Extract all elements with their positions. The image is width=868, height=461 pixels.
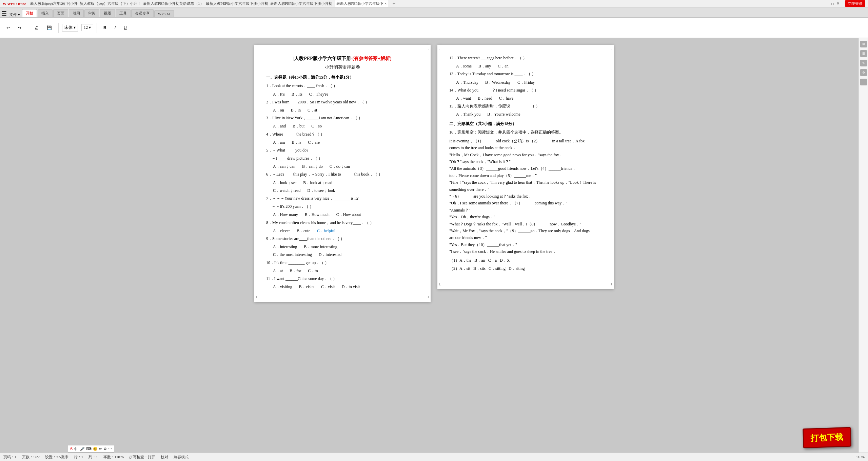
window-maximize[interactable]: □	[831, 2, 834, 6]
sub-q2-a: A．sit	[459, 266, 470, 271]
q14-options: A．want B．need C．have	[456, 95, 602, 102]
tab-reference[interactable]: 引用	[69, 9, 84, 17]
sougou-icon: S	[70, 446, 73, 452]
tab-view[interactable]: 视图	[100, 9, 115, 17]
status-mode: 兼容模式	[174, 455, 189, 460]
tab-review[interactable]: 审阅	[84, 9, 99, 17]
menu-icon[interactable]: ☰	[1, 10, 7, 17]
status-spell: 拼写检查：打开	[129, 455, 155, 460]
q8-options: A．clever B．cute C．helpful	[273, 228, 419, 234]
q4-b: B．is	[292, 139, 301, 146]
q3-a: A．and	[273, 123, 286, 129]
status-settings: 设置：2.5毫米	[45, 455, 68, 460]
q14-a: A．want	[456, 95, 471, 102]
sougou-settings[interactable]: ⚙	[103, 447, 107, 451]
q12-a: A．some	[456, 63, 472, 69]
q7-b: B．How much	[305, 212, 330, 218]
q5-a: A．can；can	[273, 163, 295, 170]
q5-options: A．can；can B．can；do C．do；can	[273, 163, 419, 170]
q1: 1．Look at the carrots．____ fresh．（ ）	[266, 83, 419, 89]
undo-btn[interactable]: ↩	[3, 24, 13, 32]
passage: It is evening，（1）______old cock（公鸡）is （2…	[449, 138, 602, 255]
q7b: －－It's 200 yuan．（ ）	[272, 203, 419, 210]
q5-b: B．can；do	[302, 163, 323, 170]
q15: 15．路人向你表示感谢时，你应说__________（ ）	[449, 103, 602, 109]
sub-q2-label: （2）A．sit B．sits C．sitting D．siting	[449, 265, 602, 272]
topbar-tab6[interactable]: 最新人教PEP版小学六年级下 ×	[335, 0, 389, 7]
status-pages: 页数：1/22	[22, 455, 40, 460]
right-sidebar: ⊞ ☰ ✎ ⚙ ⋯	[859, 38, 868, 453]
status-words: 字数：11076	[103, 455, 124, 460]
q10: 10．It's time ________ get up．（ ）	[266, 260, 419, 266]
status-page: 页码：1	[3, 455, 17, 460]
font-size[interactable]: 12 ▾	[81, 24, 93, 31]
window-close[interactable]: ✕	[836, 1, 840, 6]
title-suffix: (有参考答案+解析)	[352, 56, 391, 61]
tab-wpsai[interactable]: WPS AI	[154, 10, 174, 17]
status-col: 列：1	[88, 455, 98, 460]
redo-btn[interactable]: ↪	[15, 24, 24, 32]
q6-options: A．look；see B．look at；read	[273, 180, 419, 186]
q1-c: C．They're	[309, 91, 328, 98]
q15-options: A．Thank you B．You're welcome	[456, 111, 602, 118]
q1-b: B．Its	[292, 91, 302, 98]
print-btn[interactable]: 🖨	[32, 24, 42, 32]
sidebar-icon-3[interactable]: ✎	[860, 60, 867, 66]
topbar-file[interactable]: 新人教版(pep)六年级(下)小升	[30, 1, 78, 6]
tab-home[interactable]: 开始	[22, 9, 37, 17]
italic-btn[interactable]: I	[112, 24, 119, 32]
sidebar-icon-5[interactable]: ⋯	[860, 79, 867, 85]
q12-options: A．some B．any C．an	[456, 63, 602, 69]
q13: 13．Today is Tuesday and tomorrow is ____…	[449, 71, 602, 77]
tab-insert[interactable]: 插入	[38, 9, 53, 17]
save-btn[interactable]: 💾	[44, 24, 55, 32]
sub-q1-c: C．a	[488, 258, 497, 263]
q13-c: C．Friday	[517, 79, 535, 86]
font-name[interactable]: 宋体 ▾	[62, 24, 78, 32]
add-tab-button[interactable]: ＋	[392, 1, 396, 7]
sougou-more[interactable]: ⋯	[108, 447, 112, 451]
status-check: 校对	[161, 455, 168, 460]
sougou-mic[interactable]: 🎤	[80, 447, 85, 451]
underline-btn[interactable]: U	[121, 24, 130, 32]
q7-options: A．How many B．How much C．How about	[273, 212, 419, 218]
q6: 6．－Let's ____this play．－Sorry，I like to …	[266, 171, 419, 178]
page-subtitle: 小升初英语押题卷	[266, 64, 419, 71]
q4-c: C．are	[308, 139, 320, 146]
topbar-tab2[interactable]: 新人教版（pep）六年级（下）小升！	[80, 1, 141, 6]
q10-b: B．for	[290, 268, 301, 274]
sougou-keyboard[interactable]: ⌨	[86, 447, 92, 451]
tab-member[interactable]: 会员专享	[131, 9, 154, 17]
q11-c: C．visit	[321, 284, 335, 290]
sougou-emoji[interactable]: 😊	[93, 447, 98, 451]
login-button[interactable]: 立即登录	[845, 0, 865, 7]
sidebar-icon-2[interactable]: ☰	[860, 50, 867, 57]
q15-a: A．Thank you	[456, 111, 480, 118]
bold-btn[interactable]: B	[100, 24, 110, 32]
main-content: ⌐ ¬ L J |人教PEP版小学六年级下册-(有参考答案+解析) 小升初英语押…	[0, 38, 868, 453]
sidebar-icon-4[interactable]: ⚙	[860, 69, 867, 76]
section2-header: 二、完形填空（共2小题，满分18分）	[449, 121, 602, 127]
q14-b: B．need	[478, 95, 492, 102]
q8-b: B．cute	[297, 228, 310, 234]
sougou-label: 中·	[74, 446, 79, 452]
tab-tools[interactable]: 工具	[116, 9, 131, 17]
window-minimize[interactable]: ─	[826, 2, 829, 6]
q13-options: A．Thursday B．Wednesday C．Friday	[456, 79, 602, 86]
sougou-handwrite[interactable]: ✏	[99, 447, 102, 451]
tab-page[interactable]: 页面	[53, 9, 68, 17]
q13-a: A．Thursday	[456, 79, 478, 86]
topbar-tab5[interactable]: 最新人教PEP版小学六年级下册小升初	[270, 1, 333, 6]
app-topbar: W WPS Office 新人教版(pep)六年级(下)小升 新人教版（pep）…	[0, 0, 868, 7]
download-badge[interactable]: 打包下载	[803, 427, 851, 448]
sidebar-icon-1[interactable]: ⊞	[860, 41, 867, 47]
q3-b: B．but	[293, 123, 304, 129]
topbar-tab3[interactable]: 最新人教PEP版小升初英语试卷（1）	[143, 1, 203, 6]
q6-c: C．watch；read	[273, 187, 300, 194]
status-zoom: 110%	[856, 455, 865, 459]
q6-options2: C．watch；read D．to see；look	[273, 187, 419, 194]
topbar-tab4[interactable]: 最新人教PEP版小学六年级下册小升初	[206, 1, 268, 6]
statusbar: 页码：1 页数：1/22 设置：2.5毫米 行：1 列：1 字数：11076 拼…	[0, 453, 868, 461]
file-menu[interactable]: 文件 ▾	[9, 12, 20, 17]
sub-q2-c: C．sitting	[489, 266, 506, 271]
